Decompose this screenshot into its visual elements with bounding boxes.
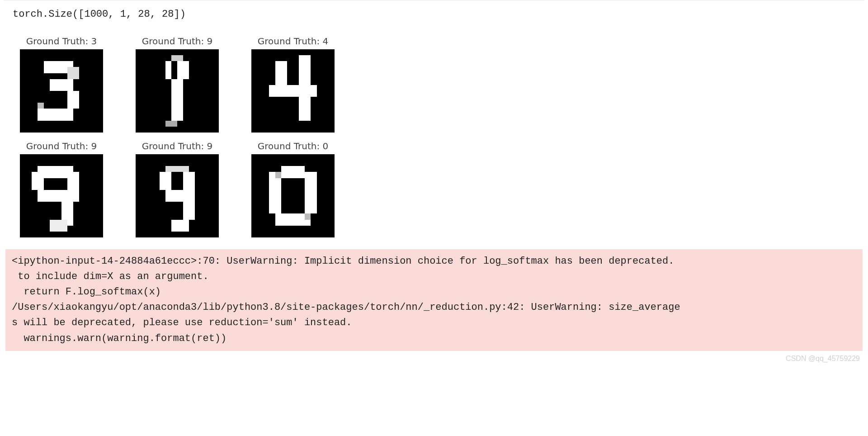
- svg-rect-37: [275, 172, 281, 178]
- notebook-output-area: torch.Size([1000, 1, 28, 28]) Ground Tru…: [0, 0, 868, 366]
- digit-image: [20, 49, 103, 133]
- svg-rect-10: [177, 61, 189, 79]
- svg-rect-12: [171, 91, 183, 121]
- figure-row-2: Ground Truth: 9 Ground Truth: 9: [0, 141, 868, 237]
- svg-rect-34: [269, 172, 281, 214]
- digit-image: [251, 49, 335, 133]
- svg-rect-3: [50, 79, 74, 91]
- figure-cell: Ground Truth: 3: [20, 36, 103, 133]
- svg-rect-31: [171, 220, 189, 232]
- figure-title: Ground Truth: 4: [258, 36, 328, 47]
- figure-title: Ground Truth: 9: [26, 141, 97, 152]
- svg-rect-27: [160, 172, 171, 190]
- svg-rect-21: [67, 172, 79, 190]
- digit-image: [20, 154, 103, 237]
- svg-rect-17: [269, 85, 316, 97]
- svg-rect-35: [305, 172, 316, 214]
- svg-rect-24: [50, 220, 67, 232]
- stderr-warning: <ipython-input-14-24884a61eccc>:70: User…: [5, 249, 863, 351]
- svg-rect-4: [67, 91, 79, 109]
- digit-image: [251, 154, 335, 237]
- cell-separator: [4, 0, 864, 4]
- svg-rect-26: [165, 166, 189, 172]
- svg-rect-9: [165, 61, 171, 79]
- digit-image: [136, 49, 219, 133]
- svg-rect-28: [183, 172, 195, 190]
- figure-cell: Ground Truth: 4: [251, 36, 335, 133]
- figure-row-1: Ground Truth: 3 Ground Truth: 9: [0, 36, 868, 133]
- figure-title: Ground Truth: 3: [26, 36, 97, 47]
- figure-title: Ground Truth: 0: [258, 141, 328, 152]
- svg-rect-30: [183, 202, 195, 219]
- figure-cell: Ground Truth: 9: [136, 36, 219, 133]
- figure-cell: Ground Truth: 0: [251, 141, 335, 237]
- svg-rect-6: [38, 103, 43, 109]
- svg-rect-38: [305, 214, 311, 220]
- svg-rect-22: [38, 190, 79, 202]
- figure-title: Ground Truth: 9: [142, 36, 212, 47]
- svg-rect-5: [38, 109, 73, 121]
- svg-rect-11: [171, 79, 183, 91]
- stdout-text: torch.Size([1000, 1, 28, 28]): [0, 4, 868, 28]
- figure-cell: Ground Truth: 9: [20, 141, 103, 237]
- digit-image: [136, 154, 219, 237]
- svg-rect-33: [281, 166, 305, 178]
- figure-title: Ground Truth: 9: [142, 141, 212, 152]
- svg-rect-29: [165, 190, 195, 202]
- svg-rect-20: [32, 172, 43, 190]
- svg-rect-8: [171, 55, 183, 61]
- figure-cell: Ground Truth: 9: [136, 141, 219, 237]
- svg-rect-13: [165, 121, 177, 127]
- watermark-text: CSDN @qq_45759229: [0, 354, 868, 366]
- svg-rect-2: [67, 67, 79, 79]
